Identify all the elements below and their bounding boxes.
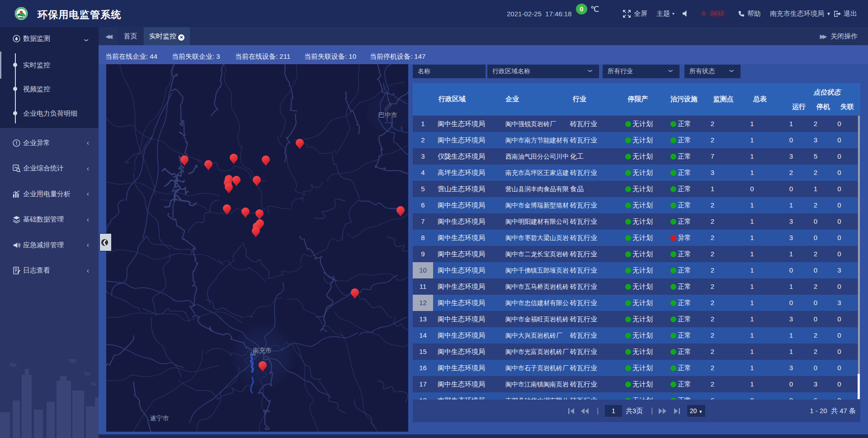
- svg-text:巴中市: 巴中市: [378, 111, 397, 118]
- svg-text:遂宁市: 遂宁市: [150, 414, 169, 422]
- svg-text:南充市: 南充市: [253, 347, 272, 354]
